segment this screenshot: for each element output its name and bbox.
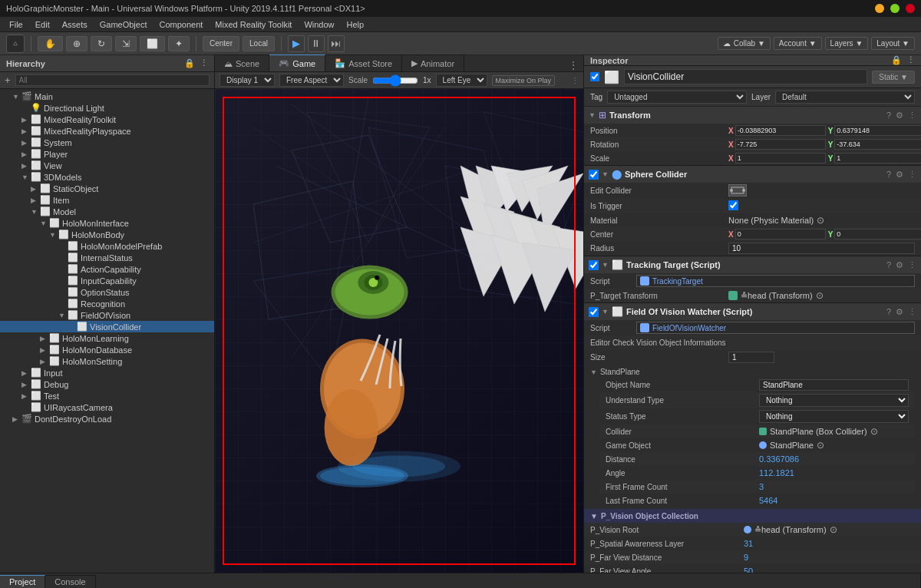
understand-type-select[interactable]: Nothing [759,394,909,407]
layers-button[interactable]: Layers ▼ [825,37,869,50]
hierarchy-add-button[interactable]: + [5,74,11,86]
tracking-settings-icon[interactable]: ⚙ [896,260,903,270]
tool-move[interactable]: ⊕ [66,36,87,51]
collider-link-icon[interactable]: ⊙ [870,426,878,437]
aspect-select[interactable]: Free Aspect [279,74,344,87]
transform-settings-icon[interactable]: ⚙ [896,111,903,121]
tree-item-main[interactable]: ▼ 🎬 Main [0,91,214,102]
fov-help-icon[interactable]: ? [886,307,891,317]
scale-y-input[interactable] [834,153,921,164]
display-select[interactable]: Display 1 [220,74,275,87]
layer-select[interactable]: Default [775,91,915,104]
material-link-icon[interactable]: ⊙ [817,215,824,226]
close-button[interactable] [906,4,915,13]
collab-button[interactable]: ☁ Collab ▼ [718,37,771,50]
tree-item-input[interactable]: ▶ ⬜ Input [0,367,214,378]
tree-item-holoMonLearning[interactable]: ▶ ⬜ HoloMonLearning [0,332,214,344]
tree-item-test[interactable]: ▶ ⬜ Test [0,390,214,401]
static-button[interactable]: Static ▼ [872,71,915,84]
sphere-help-icon[interactable]: ? [886,170,891,180]
account-button[interactable]: Account ▼ [774,37,822,50]
tool-rect[interactable]: ⬜ [140,36,165,51]
tool-hand[interactable]: ✋ [38,36,63,51]
tree-item-optionStatus[interactable]: ⬜ OptionStatus [0,286,214,298]
eye-select[interactable]: Left Eye [436,74,487,87]
menu-edit[interactable]: Edit [29,20,56,29]
minimize-button[interactable] [875,4,884,13]
tree-item-staticobject[interactable]: ▶ ⬜ StaticObject [0,183,214,194]
sphere-collider-header[interactable]: ▼ ⬤ Sphere Collider ? ⚙ ⋮ [584,166,921,183]
tab-console[interactable]: Console [45,575,95,588]
size-input[interactable] [728,352,774,363]
tab-animator[interactable]: ▶ Animator [402,55,464,71]
scale-slider[interactable] [372,74,418,87]
p-vision-collection-header[interactable]: ▼ P_Vision Object Collection [590,512,698,520]
transform-overflow-icon[interactable]: ⋮ [908,111,916,121]
tree-item-internalStatus[interactable]: ⬜ InternalStatus [0,252,214,263]
tree-item-dontdestroy[interactable]: ▶ 🎬 DontDestroyOnLoad [0,413,214,424]
tab-project[interactable]: Project [0,575,45,588]
tab-bar-menu[interactable]: ⋮ [568,59,579,71]
obj-active-checkbox[interactable] [590,72,599,81]
tree-item-player[interactable]: ▶ ⬜ Player [0,148,214,160]
tree-item-model[interactable]: ▼ ⬜ Model [0,206,214,217]
inspector-menu-icon[interactable]: ⋮ [906,55,915,65]
hierarchy-lock-icon[interactable]: 🔒 [184,58,195,68]
layout-button[interactable]: Layout ▼ [871,37,915,50]
pos-x-input[interactable] [735,125,826,136]
tab-game[interactable]: 🎮 Game [269,55,325,71]
step-button[interactable]: ⏭ [328,35,345,52]
tool-scale[interactable]: ⇲ [115,36,137,51]
tree-item-view[interactable]: ▶ ⬜ View [0,160,214,171]
sphere-collider-enabled[interactable] [589,170,599,180]
p-vision-root-link[interactable]: ⊙ [830,524,837,535]
rot-x-input[interactable] [735,139,826,150]
transform-help-icon[interactable]: ? [886,111,891,121]
tree-item-holoMonDatabase[interactable]: ▶ ⬜ HoloMonDatabase [0,344,214,355]
transform-header[interactable]: ▼ ⊞ Transform ? ⚙ ⋮ [584,107,921,124]
menu-help[interactable]: Help [341,20,371,29]
sphere-overflow-icon[interactable]: ⋮ [908,170,916,180]
tree-item-system[interactable]: ▶ ⬜ System [0,137,214,148]
tree-item-directional-light[interactable]: 💡 Directional Light [0,102,214,114]
fov-watcher-header[interactable]: ▼ ⬜ Field Of Vision Watcher (Script) ? ⚙… [584,303,921,320]
menu-window[interactable]: Window [298,20,340,29]
tree-item-debug[interactable]: ▶ ⬜ Debug [0,378,214,390]
tool-rotate[interactable]: ↻ [91,36,112,51]
status-type-select[interactable]: Nothing [759,410,909,423]
tree-item-holoMonBody[interactable]: ▼ ⬜ HoloMonBody [0,229,214,240]
tracking-target-header[interactable]: ▼ ⬜ Tracking Target (Script) ? ⚙ ⋮ [584,256,921,273]
hierarchy-menu-icon[interactable]: ⋮ [200,58,208,68]
target-transform-link[interactable]: ⊙ [816,290,824,301]
tree-item-mrtk[interactable]: ▶ ⬜ MixedRealityToolkit [0,114,214,125]
fov-overflow-icon[interactable]: ⋮ [908,307,916,317]
object-name-input[interactable] [759,379,909,391]
tag-select[interactable]: Untagged [607,91,747,104]
inspector-lock-icon[interactable]: 🔒 [891,55,902,65]
tab-scene[interactable]: ⛰ Scene [215,55,269,71]
tree-item-actionCapability[interactable]: ⬜ ActionCapability [0,263,214,275]
menu-gameobject[interactable]: GameObject [94,20,154,29]
tab-asset-store[interactable]: 🏪 Asset Store [325,55,402,71]
tree-item-holoMonSetting[interactable]: ▶ ⬜ HoloMonSetting [0,355,214,367]
tree-item-mrps[interactable]: ▶ ⬜ MixedRealityPlayspace [0,125,214,137]
tree-item-holoMonModelPrefab[interactable]: ⬜ HoloMonModelPrefab [0,240,214,252]
rot-y-input[interactable] [834,139,921,150]
tree-item-visionCollider[interactable]: ⬜ VisionCollider [0,321,214,332]
pos-y-input[interactable] [834,125,921,136]
sphere-settings-icon[interactable]: ⚙ [896,170,903,180]
unity-logo[interactable] [6,35,25,53]
tracking-overflow-icon[interactable]: ⋮ [908,260,916,270]
scale-x-input[interactable] [735,153,826,164]
tree-item-fieldOfVision[interactable]: ▼ ⬜ FieldOfVision [0,309,214,321]
menu-file[interactable]: File [3,20,29,29]
pause-button[interactable]: ⏸ [308,35,325,52]
edit-collider-button[interactable] [728,184,747,197]
maximize-on-play-button[interactable]: Maximize On Play [492,75,556,86]
game-obj-link-icon[interactable]: ⊙ [817,440,824,451]
radius-input[interactable] [728,243,915,254]
tree-item-inputCapability[interactable]: ⬜ InputCapability [0,275,214,286]
game-menu-icon[interactable]: ⋮ [571,76,579,84]
fov-watcher-enabled[interactable] [589,307,599,317]
tree-item-recognition[interactable]: ⬜ Recognition [0,298,214,309]
